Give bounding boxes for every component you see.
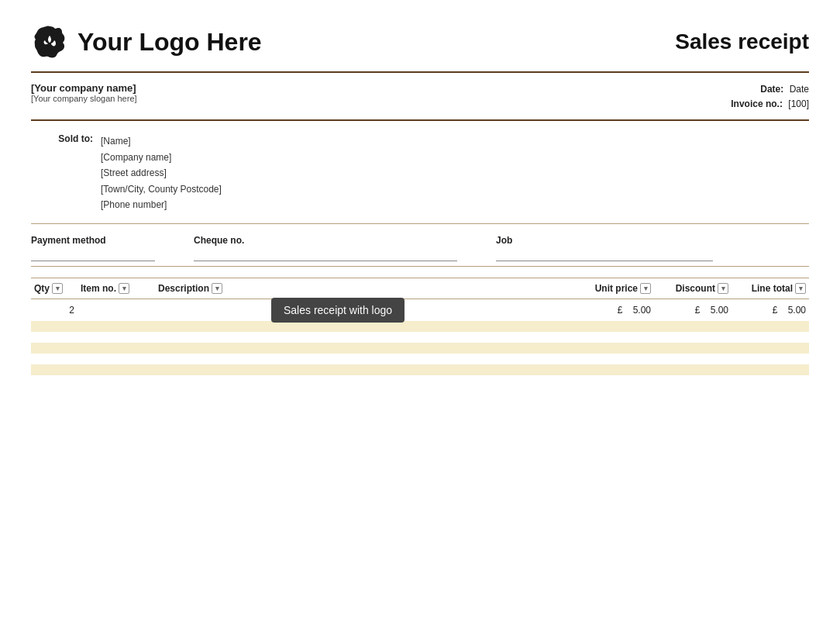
logo-area: Your Logo Here (31, 23, 262, 60)
items-table: Qty ▾ Item no. ▾ Description ▾ (31, 278, 809, 386)
cell-qty: 2 (31, 299, 77, 322)
cell-qty (31, 343, 77, 354)
table-header-row: Qty ▾ Item no. ▾ Description ▾ (31, 278, 809, 299)
sold-to-name: [Name] (101, 133, 222, 149)
cell-linetotal (732, 343, 809, 354)
cell-itemno (77, 364, 155, 375)
table-row (31, 343, 809, 354)
col-header-itemno: Item no. ▾ (77, 278, 155, 299)
company-right: Date: Date Invoice no.: [100] (731, 82, 809, 112)
sold-to-company: [Company name] (101, 150, 222, 165)
cell-desc (155, 354, 577, 364)
table-wrapper: Qty ▾ Item no. ▾ Description ▾ (31, 278, 809, 386)
cell-qty (31, 375, 77, 386)
cell-itemno (77, 332, 155, 343)
cell-itemno (77, 375, 155, 386)
table-row (31, 375, 809, 386)
cell-unitprice (577, 354, 654, 364)
cell-desc (155, 332, 577, 343)
logo-text: Your Logo Here (77, 28, 262, 57)
cell-unitprice (577, 375, 654, 386)
cell-discount (654, 321, 732, 332)
cell-qty (31, 321, 77, 332)
cell-qty (31, 332, 77, 343)
cell-itemno (77, 354, 155, 364)
cell-linetotal: £ 5.00 (732, 299, 809, 322)
col-header-linetotal: Line total ▾ (732, 278, 809, 299)
cell-linetotal (732, 354, 809, 364)
col-header-qty: Qty ▾ (31, 278, 77, 299)
cell-unitprice (577, 364, 654, 375)
table-row: 2 £ 5.00 £ 5.00 £ 5.00 (31, 299, 809, 322)
company-left: [Your company name] [Your company slogan… (31, 82, 137, 103)
cell-linetotal (732, 321, 809, 332)
date-value: Date (790, 84, 809, 95)
cell-desc (155, 321, 577, 332)
payment-method-underline (31, 249, 155, 261)
cell-discount (654, 364, 732, 375)
cell-desc (155, 299, 577, 322)
page: Your Logo Here Sales receipt [Your compa… (0, 0, 840, 642)
cheque-underline (194, 249, 457, 261)
invoice-label: Invoice no.: (731, 98, 783, 109)
cell-discount (654, 332, 732, 343)
cell-unitprice: £ 5.00 (577, 299, 654, 322)
sold-to-details: [Name] [Company name] [Street address] [… (101, 133, 222, 212)
job-field: Job (496, 235, 713, 261)
invoice-value: [100] (788, 98, 809, 109)
company-slogan: [Your company slogan here] (31, 94, 137, 103)
job-underline (496, 249, 713, 261)
cell-desc (155, 343, 577, 354)
linetotal-dropdown-icon[interactable]: ▾ (795, 283, 806, 294)
unitprice-dropdown-icon[interactable]: ▾ (640, 283, 651, 294)
cheque-label: Cheque no. (194, 235, 457, 246)
cell-discount: £ 5.00 (654, 299, 732, 322)
sales-receipt-title: Sales receipt (675, 29, 809, 54)
cell-unitprice (577, 332, 654, 343)
logo-icon (31, 23, 68, 60)
table-row (31, 364, 809, 375)
date-row: Date: Date (731, 82, 809, 97)
desc-dropdown-icon[interactable]: ▾ (212, 283, 222, 294)
cell-desc (155, 375, 577, 386)
cell-discount (654, 375, 732, 386)
cell-linetotal (732, 375, 809, 386)
cell-discount (654, 343, 732, 354)
col-header-unitprice: Unit price ▾ (577, 278, 654, 299)
sold-to-town: [Town/City, County Postcode] (101, 181, 222, 197)
col-header-desc: Description ▾ (155, 278, 577, 299)
cell-qty (31, 354, 77, 364)
sold-to-phone: [Phone number] (101, 197, 222, 212)
sold-to-label: Sold to: (31, 133, 101, 212)
payment-method-label: Payment method (31, 235, 155, 246)
header: Your Logo Here Sales receipt (31, 23, 809, 73)
table-row (31, 321, 809, 332)
job-label: Job (496, 235, 713, 246)
sold-to-section: Sold to: [Name] [Company name] [Street a… (31, 121, 809, 224)
cell-desc (155, 364, 577, 375)
company-info-row: [Your company name] [Your company slogan… (31, 73, 809, 121)
cell-qty (31, 364, 77, 375)
cell-itemno (77, 343, 155, 354)
cell-discount (654, 354, 732, 364)
payment-method-field: Payment method (31, 235, 155, 261)
company-name: [Your company name] (31, 82, 137, 94)
invoice-row: Invoice no.: [100] (731, 97, 809, 112)
cell-itemno (77, 321, 155, 332)
date-label: Date: (760, 84, 783, 95)
cell-unitprice (577, 343, 654, 354)
cell-unitprice (577, 321, 654, 332)
sold-to-row: Sold to: [Name] [Company name] [Street a… (31, 133, 809, 212)
table-row (31, 354, 809, 364)
discount-dropdown-icon[interactable]: ▾ (718, 283, 728, 294)
cell-linetotal (732, 332, 809, 343)
payment-row: Payment method Cheque no. Job (31, 224, 809, 267)
cheque-field: Cheque no. (194, 235, 457, 261)
table-row (31, 332, 809, 343)
sold-to-street: [Street address] (101, 165, 222, 181)
itemno-dropdown-icon[interactable]: ▾ (119, 283, 129, 294)
col-header-discount: Discount ▾ (654, 278, 732, 299)
qty-dropdown-icon[interactable]: ▾ (52, 283, 63, 294)
cell-linetotal (732, 364, 809, 375)
cell-itemno (77, 299, 155, 322)
